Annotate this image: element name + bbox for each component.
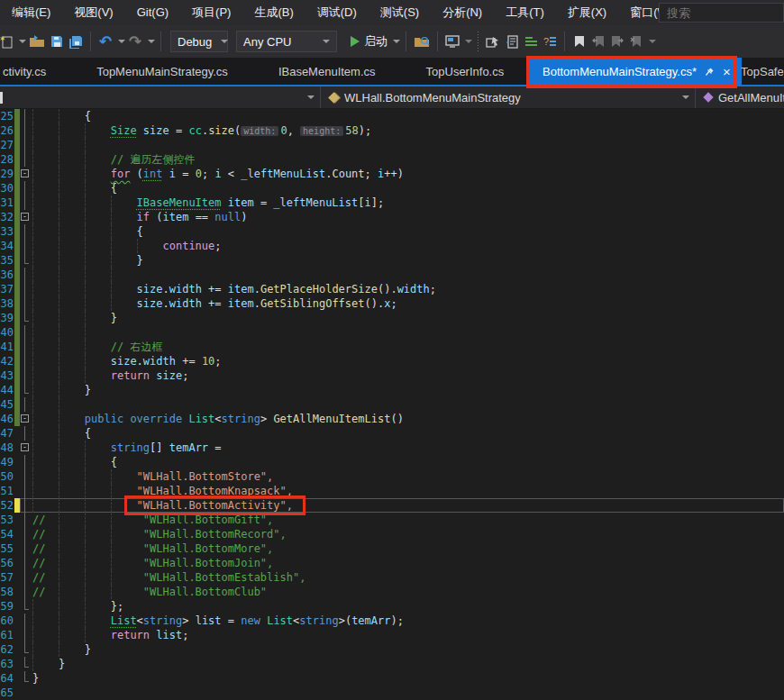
code-editor[interactable]: 125 {126 Size size = cc.size(width:0, he… (0, 109, 784, 700)
line-number-margin[interactable]: 141 (0, 340, 14, 354)
outlining-margin[interactable]: - (20, 441, 31, 455)
line-number-margin[interactable]: 146 (0, 412, 14, 426)
line-number-margin[interactable]: 125 (0, 109, 14, 123)
type-dropdown[interactable]: WLHall.BottomMenuMainStrategy (321, 86, 696, 108)
code-line[interactable]: } (31, 253, 784, 268)
line-number-margin[interactable]: 139 (0, 311, 14, 325)
code-line[interactable]: "WLHall.BottomActivity", (31, 498, 784, 513)
tab-BottomMenuMainStrategycs[interactable]: BottomMenuMainStrategy.cs*× (528, 58, 742, 85)
outlining-margin[interactable]: - (20, 167, 31, 181)
code-line[interactable]: for (int i = 0; i < _leftMenuList.Count;… (31, 167, 784, 181)
menu-item[interactable]: 视图(V) (62, 0, 124, 25)
uncomment-selection-button[interactable]: ? (541, 30, 559, 53)
line-number-margin[interactable]: 136 (0, 268, 14, 282)
code-line[interactable]: { (31, 109, 784, 123)
tab-ctivitycs[interactable]: ctivity.cs (0, 58, 71, 85)
tab-IBaseMenuItemcs[interactable]: IBaseMenuItem.cs (253, 58, 401, 85)
code-line[interactable]: // "WLHall.BottomRecord", (31, 527, 784, 541)
menu-item[interactable]: 调试(D) (305, 0, 369, 25)
line-number-margin[interactable]: 152 (0, 498, 14, 513)
open-file-button[interactable] (27, 30, 47, 53)
find-in-files-button[interactable] (412, 30, 432, 53)
menu-item[interactable]: Git(G) (125, 0, 180, 25)
code-line[interactable]: size.width += item.GetPlaceHolderSize().… (31, 282, 784, 296)
save-button[interactable] (48, 30, 66, 53)
start-dropdown[interactable] (393, 40, 400, 43)
line-number-margin[interactable]: 134 (0, 239, 14, 253)
previous-bookmark-button[interactable] (589, 30, 607, 53)
navigate-pointer-button[interactable] (484, 30, 502, 53)
line-number-margin[interactable]: 126 (0, 123, 14, 138)
toggle-bookmark-button[interactable] (570, 30, 588, 53)
code-line[interactable]: "WLHall.BottomKnapsack", (31, 484, 784, 498)
line-number-margin[interactable]: 156 (0, 556, 14, 570)
line-number-margin[interactable]: 143 (0, 368, 14, 383)
line-number-margin[interactable]: 137 (0, 282, 14, 296)
code-line[interactable]: // "WLHall.BottomJoin", (31, 556, 784, 570)
menu-item[interactable]: 分析(N) (431, 0, 494, 25)
code-line[interactable]: return list; (31, 628, 784, 642)
close-icon[interactable]: × (723, 65, 731, 78)
line-number-margin[interactable]: 132 (0, 210, 14, 224)
line-number-margin[interactable]: 165 (0, 686, 14, 700)
code-line[interactable]: // "WLHall.BottomClub" (31, 585, 784, 599)
next-bookmark-button[interactable] (608, 30, 626, 53)
code-line[interactable]: { (31, 426, 784, 441)
line-number-margin[interactable]: 128 (0, 152, 14, 167)
code-line[interactable]: size.width += 10; (31, 354, 784, 368)
menu-item[interactable]: 工具(T) (494, 0, 556, 25)
code-line[interactable]: "WLHall.BottomStore", (31, 469, 784, 484)
solution-platform-combobox[interactable]: Any CPU (236, 31, 337, 52)
line-number-margin[interactable]: 127 (0, 138, 14, 152)
line-number-margin[interactable]: 155 (0, 541, 14, 556)
redo-dropdown[interactable] (148, 40, 155, 43)
line-number-margin[interactable]: 130 (0, 181, 14, 195)
code-line[interactable] (31, 268, 784, 282)
code-line[interactable]: continue; (31, 239, 784, 253)
undo-button[interactable]: ↶ (96, 30, 114, 53)
code-line[interactable] (31, 686, 784, 700)
code-line[interactable]: // 右边框 (31, 340, 784, 354)
code-line[interactable]: // "WLHall.BottomGift", (31, 513, 784, 527)
clear-bookmarks-button[interactable] (627, 30, 645, 53)
code-line[interactable]: } (31, 671, 784, 686)
code-line[interactable]: Size size = cc.size(width:0, height:58); (31, 123, 784, 138)
line-number-margin[interactable]: 164 (0, 671, 14, 686)
line-number-margin[interactable]: 163 (0, 657, 14, 671)
code-line[interactable]: }; (31, 599, 784, 614)
line-number-margin[interactable]: 129 (0, 167, 14, 181)
code-line[interactable]: return size; (31, 368, 784, 383)
browse-with-button[interactable] (443, 30, 461, 53)
add-new-item-dropdown[interactable] (19, 40, 26, 43)
code-line[interactable]: } (31, 657, 784, 671)
redo-button[interactable]: ↷ (126, 30, 144, 53)
comment-selection-button[interactable] (522, 30, 540, 53)
code-line[interactable]: if (item == null) (31, 210, 784, 224)
view-code-button[interactable] (503, 30, 521, 53)
search-input[interactable] (660, 6, 783, 20)
add-new-item-button[interactable]: ✶ (0, 30, 15, 53)
line-number-margin[interactable]: 144 (0, 383, 14, 397)
line-number-margin[interactable]: 133 (0, 224, 14, 239)
line-number-margin[interactable]: 154 (0, 527, 14, 541)
tab-TopSafe[interactable]: TopSafe (741, 58, 784, 85)
code-line[interactable] (31, 325, 784, 340)
code-line[interactable]: // 遍历左侧控件 (31, 152, 784, 167)
code-line[interactable]: size.width += item.GetSiblingOffset().x; (31, 296, 784, 311)
line-number-margin[interactable]: 150 (0, 469, 14, 484)
line-number-margin[interactable]: 162 (0, 642, 14, 657)
line-number-margin[interactable]: 145 (0, 397, 14, 412)
line-number-margin[interactable]: 142 (0, 354, 14, 368)
start-debugging-button[interactable]: 启动 (342, 30, 389, 53)
project-dropdown[interactable] (0, 86, 321, 108)
code-line[interactable]: } (31, 642, 784, 657)
line-number-margin[interactable]: 159 (0, 599, 14, 614)
pin-icon[interactable] (705, 67, 715, 77)
line-number-margin[interactable]: 151 (0, 484, 14, 498)
undo-dropdown[interactable] (118, 40, 125, 43)
code-line[interactable] (31, 397, 784, 412)
line-number-margin[interactable]: 138 (0, 296, 14, 311)
line-number-margin[interactable]: 157 (0, 570, 14, 585)
toolbar-grip[interactable] (476, 32, 480, 51)
line-number-margin[interactable]: 148 (0, 441, 14, 455)
